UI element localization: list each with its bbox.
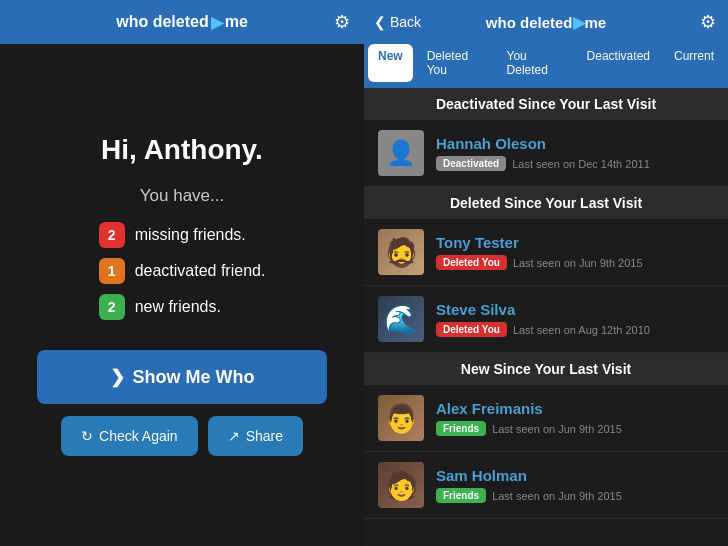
refresh-icon: ↻ [81,428,93,444]
right-header: ❮ Back who deleted ▶ me ⚙ [364,0,728,44]
title-me-left: me [225,13,248,31]
person-name-tony: Tony Tester [436,234,643,251]
avatar-steve: 🌊 [378,296,424,342]
show-me-who-arrow: ❯ [110,366,125,388]
new-friends-label: new friends. [135,298,221,316]
left-content: Hi, Anthony. You have... 2 missing frien… [0,44,364,546]
person-name-steve: Steve Silva [436,301,650,318]
gear-icon-right[interactable]: ⚙ [700,11,716,33]
status-badge-alex: Friends [436,421,486,436]
last-seen-alex: Last seen on Jun 9th 2015 [492,423,622,435]
gear-icon-left[interactable]: ⚙ [334,11,350,33]
tab-current[interactable]: Current [664,44,724,82]
tab-deleted-you[interactable]: Deleted You [417,44,493,82]
back-button[interactable]: ❮ Back [374,14,421,30]
left-header: who deleted ▶ me ⚙ [0,0,364,44]
title-who-left: who deleted [116,13,208,31]
person-meta-alex: Friends Last seen on Jun 9th 2015 [436,421,622,436]
right-content: Deactivated Since Your Last Visit 👤 Hann… [364,88,728,546]
status-badge-sam: Friends [436,488,486,503]
section-header-deactivated: Deactivated Since Your Last Visit [364,88,728,120]
person-info-sam: Sam Holman Friends Last seen on Jun 9th … [436,467,622,503]
status-badge-steve: Deleted You [436,322,507,337]
secondary-buttons: ↻ Check Again ↗ Share [61,416,303,456]
tab-new[interactable]: New [368,44,413,82]
person-icon-tony: 🧔 [384,236,419,269]
person-icon-alex: 👨 [384,402,419,435]
person-info-tony: Tony Tester Deleted You Last seen on Jun… [436,234,643,270]
person-name-hannah: Hannah Oleson [436,135,650,152]
person-icon-steve: 🌊 [384,303,419,336]
person-icon-sam: 🧑 [384,469,419,502]
person-row-alex: 👨 Alex Freimanis Friends Last seen on Ju… [364,385,728,452]
person-meta-steve: Deleted You Last seen on Aug 12th 2010 [436,322,650,337]
badge-new: 2 [99,294,125,320]
list-item: 1 deactivated friend. [99,258,266,284]
avatar-sam: 🧑 [378,462,424,508]
friends-list: 2 missing friends. 1 deactivated friend.… [99,222,266,320]
list-item: 2 new friends. [99,294,266,320]
app-title-left: who deleted ▶ me [116,13,248,32]
app-title-right: who deleted ▶ me [486,13,606,32]
check-again-button[interactable]: ↻ Check Again [61,416,198,456]
person-row-steve: 🌊 Steve Silva Deleted You Last seen on A… [364,286,728,353]
share-icon: ↗ [228,428,240,444]
person-icon: 👤 [386,139,416,167]
person-info-alex: Alex Freimanis Friends Last seen on Jun … [436,400,622,436]
list-item: 2 missing friends. [99,222,266,248]
section-header-deleted: Deleted Since Your Last Visit [364,187,728,219]
person-name-alex: Alex Freimanis [436,400,622,417]
last-seen-sam: Last seen on Jun 9th 2015 [492,490,622,502]
person-meta-tony: Deleted You Last seen on Jun 9th 2015 [436,255,643,270]
last-seen-hannah: Last seen on Dec 14th 2011 [512,158,650,170]
tabs-bar: New Deleted You You Deleted Deactivated … [364,44,728,88]
badge-missing: 2 [99,222,125,248]
avatar-alex: 👨 [378,395,424,441]
person-row-hannah: 👤 Hannah Oleson Deactivated Last seen on… [364,120,728,187]
person-info-steve: Steve Silva Deleted You Last seen on Aug… [436,301,650,337]
person-meta-sam: Friends Last seen on Jun 9th 2015 [436,488,622,503]
greeting-text: Hi, Anthony. [101,134,263,166]
person-row-sam: 🧑 Sam Holman Friends Last seen on Jun 9t… [364,452,728,519]
deactivated-friends-label: deactivated friend. [135,262,266,280]
show-me-who-button[interactable]: ❯ Show Me Who [37,350,327,404]
person-info-hannah: Hannah Oleson Deactivated Last seen on D… [436,135,650,171]
last-seen-steve: Last seen on Aug 12th 2010 [513,324,650,336]
person-meta-hannah: Deactivated Last seen on Dec 14th 2011 [436,156,650,171]
left-panel: who deleted ▶ me ⚙ Hi, Anthony. You have… [0,0,364,546]
section-header-new: New Since Your Last Visit [364,353,728,385]
share-button[interactable]: ↗ Share [208,416,303,456]
avatar-hannah: 👤 [378,130,424,176]
tab-you-deleted[interactable]: You Deleted [497,44,573,82]
you-have-text: You have... [140,186,224,206]
badge-deactivated: 1 [99,258,125,284]
person-row-tony: 🧔 Tony Tester Deleted You Last seen on J… [364,219,728,286]
arrow-logo-right: ▶ [573,13,585,32]
missing-friends-label: missing friends. [135,226,246,244]
last-seen-tony: Last seen on Jun 9th 2015 [513,257,643,269]
avatar-tony: 🧔 [378,229,424,275]
arrow-logo-left: ▶ [211,13,223,32]
title-who-right: who deleted [486,14,573,31]
right-panel: ❮ Back who deleted ▶ me ⚙ New Deleted Yo… [364,0,728,546]
status-badge-hannah: Deactivated [436,156,506,171]
tab-deactivated[interactable]: Deactivated [577,44,660,82]
status-badge-tony: Deleted You [436,255,507,270]
back-icon: ❮ [374,14,386,30]
person-name-sam: Sam Holman [436,467,622,484]
title-me-right: me [585,14,607,31]
